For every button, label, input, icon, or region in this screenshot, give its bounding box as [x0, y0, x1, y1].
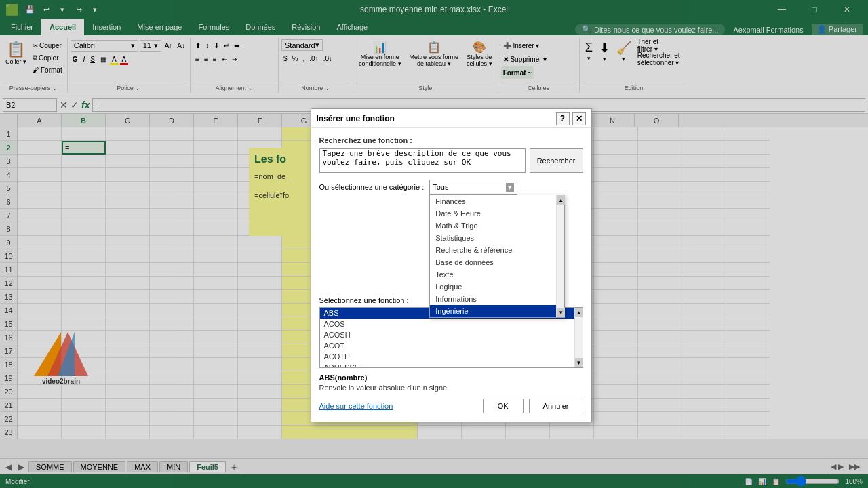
dialog-close-button[interactable]: ✕: [572, 112, 586, 125]
dropdown-item-logique[interactable]: Logique: [430, 281, 564, 293]
func-item-ACOT[interactable]: ACOT: [320, 340, 583, 351]
function-description: ABS(nombre) Renvoie la valeur absolue d'…: [319, 373, 583, 392]
dropdown-item-date-heure[interactable]: Date & Heure: [430, 207, 564, 220]
scroll-down-button[interactable]: ▼: [557, 308, 565, 317]
dropdown-item-texte[interactable]: Texte: [430, 268, 564, 281]
dropdown-item-ingenierie[interactable]: Ingénierie: [430, 305, 564, 317]
function-desc-text: Renvoie la valeur absolue d'un n signe.: [319, 384, 583, 392]
dialog-title-bar: Insérer une fonction ? ✕: [311, 109, 591, 128]
cancel-button[interactable]: Annuler: [529, 399, 583, 413]
search-input[interactable]: Tapez une brève description de ce que vo…: [319, 148, 526, 173]
dialog-title: Insérer une fonction: [317, 114, 395, 123]
func-item-ACOSH[interactable]: ACOSH: [320, 329, 583, 340]
func-item-ACOTH[interactable]: ACOTH: [320, 351, 583, 362]
func-scroll-up[interactable]: ▲: [575, 308, 583, 317]
category-select[interactable]: Tous ▾: [429, 180, 517, 195]
help-link[interactable]: Aide sur cette fonction: [319, 402, 393, 410]
dialog-footer: Aide sur cette fonction OK Annuler: [319, 399, 583, 413]
dropdown-item-statistiques[interactable]: Statistiques: [430, 232, 564, 244]
dialog-overlay: Insérer une fonction ? ✕ Recherchez une …: [0, 0, 868, 488]
ok-button[interactable]: OK: [483, 399, 524, 413]
category-container: Tous ▾ Finances Date & Heure Math & Trig…: [429, 180, 517, 195]
dialog-body: Recherchez une fonction : Tapez une brèv…: [311, 128, 591, 422]
scroll-up-button[interactable]: ▲: [557, 195, 565, 205]
dropdown-item-finances[interactable]: Finances: [430, 195, 564, 207]
dropdown-item-base-donnees[interactable]: Base de données: [430, 256, 564, 268]
func-scroll-down[interactable]: ▼: [575, 358, 583, 367]
dropdown-item-math-trigo[interactable]: Math & Trigo: [430, 220, 564, 232]
func-item-ADRESSE[interactable]: ADRESSE: [320, 362, 583, 368]
category-row: Ou sélectionnez une catégorie : Tous ▾ F…: [319, 180, 583, 195]
func-item-ACOS[interactable]: ACOS: [320, 319, 583, 329]
insert-function-dialog: Insérer une fonction ? ✕ Recherchez une …: [311, 108, 592, 422]
dropdown-item-recherche[interactable]: Recherche & référence: [430, 244, 564, 256]
category-dropdown-arrow: ▾: [506, 183, 514, 192]
category-dropdown: Finances Date & Heure Math & Trigo Stati…: [429, 195, 565, 318]
function-list-scrollbar: ▲ ▼: [574, 308, 583, 367]
dialog-help-button[interactable]: ?: [556, 112, 570, 125]
dropdown-item-informations[interactable]: Informations: [430, 293, 564, 305]
search-row: Tapez une brève description de ce que vo…: [319, 148, 583, 173]
search-section-label: Recherchez une fonction :: [319, 136, 583, 144]
search-button[interactable]: Rechercher: [530, 148, 583, 173]
category-label: Ou sélectionnez une catégorie :: [319, 183, 425, 191]
function-signature: ABS(nombre): [319, 373, 583, 382]
dropdown-scrollbar: ▲ ▼: [556, 195, 564, 317]
